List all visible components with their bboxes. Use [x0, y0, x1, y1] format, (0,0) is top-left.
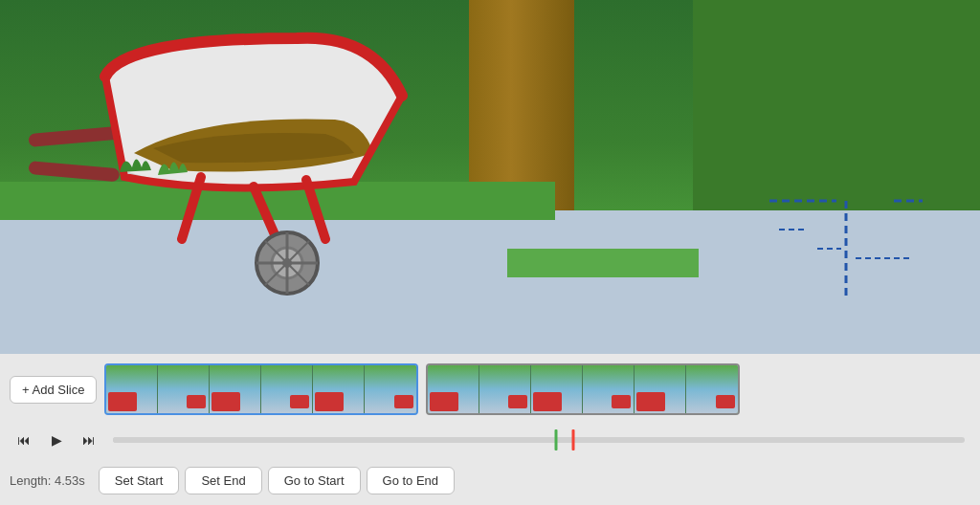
add-slice-button[interactable]: + Add Slice: [10, 376, 97, 404]
film-frame: [531, 365, 583, 413]
film-clip-2[interactable]: [426, 363, 740, 415]
play-icon: ▶: [52, 432, 62, 448]
scrubber-start-marker[interactable]: [554, 429, 557, 450]
go-to-start-button[interactable]: Go to Start: [268, 467, 361, 494]
controls-area: + Add Slice ⏮ ▶ ⏭: [0, 354, 980, 505]
film-frame: [261, 365, 313, 413]
scrubber-fill: [113, 437, 556, 443]
film-frame: [313, 365, 365, 413]
bottom-buttons-row: Length: 4.53s Set Start Set End Go to St…: [0, 459, 980, 501]
playback-row: ⏮ ▶ ⏭: [0, 421, 980, 459]
grass-strip-2: [507, 249, 699, 277]
annotation-lines: [760, 172, 932, 325]
film-frame: [365, 365, 416, 413]
scrubber-end-marker[interactable]: [571, 429, 574, 450]
go-to-end-button[interactable]: Go to End: [367, 467, 456, 494]
scrubber-track[interactable]: [113, 437, 965, 443]
svg-rect-0: [29, 125, 124, 147]
film-frame: [158, 365, 210, 413]
forward-icon: ⏭: [82, 432, 96, 448]
film-frame: [210, 365, 261, 413]
set-start-button[interactable]: Set Start: [99, 467, 180, 494]
play-button[interactable]: ▶: [42, 426, 71, 454]
forward-button[interactable]: ⏭: [75, 426, 103, 454]
film-frame: [686, 365, 738, 413]
set-end-button[interactable]: Set End: [185, 467, 261, 494]
film-clip-1[interactable]: [104, 363, 418, 415]
film-frame: [635, 365, 686, 413]
film-frame: [479, 365, 531, 413]
length-label: Length: 4.53s: [10, 473, 85, 488]
wheelbarrow: [29, 19, 488, 296]
rewind-button[interactable]: ⏮: [10, 426, 38, 454]
video-preview: [0, 0, 980, 354]
svg-rect-1: [29, 161, 120, 182]
film-frame: [428, 365, 479, 413]
timeline-row: + Add Slice: [0, 354, 980, 421]
rewind-icon: ⏮: [17, 432, 31, 448]
film-frame: [583, 365, 635, 413]
film-frame: [106, 365, 158, 413]
